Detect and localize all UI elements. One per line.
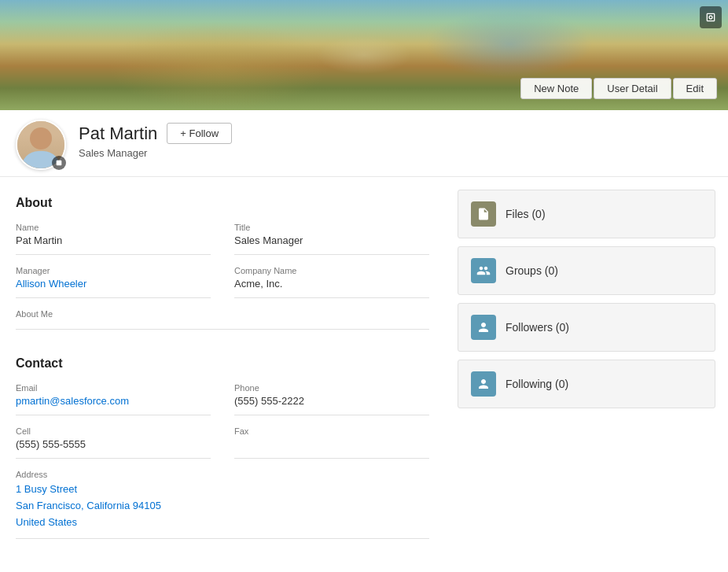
files-label: Files (0) [506, 208, 546, 220]
field-title: Title Sales Manager [234, 223, 429, 255]
field-company-value: Acme, Inc. [234, 278, 429, 290]
contact-field-grid: Email pmartin@salesforce.com Phone (555)… [16, 383, 429, 550]
about-field-grid: Name Pat Martin Title Sales Manager Mana… [16, 223, 429, 341]
field-cell: Cell (555) 555-5555 [16, 426, 211, 459]
banner-camera-button[interactable] [700, 6, 722, 28]
avatar-camera-button[interactable] [52, 156, 66, 170]
field-company-label: Company Name [234, 266, 429, 275]
field-address-label: Address [16, 470, 429, 479]
field-manager-label: Manager [16, 266, 211, 275]
field-title-value: Sales Manager [234, 234, 429, 246]
field-manager: Manager Allison Wheeler [16, 266, 211, 298]
contact-section: Contact Email pmartin@salesforce.com Pho… [16, 356, 429, 550]
groups-card[interactable]: Groups (0) [458, 246, 715, 295]
files-icon [471, 201, 496, 227]
user-detail-button[interactable]: User Detail [594, 78, 671, 99]
followers-icon [471, 315, 496, 340]
profile-name: Pat Martin [79, 124, 157, 144]
profile-name-row: Pat Martin + Follow [79, 123, 712, 144]
field-name: Name Pat Martin [16, 223, 211, 255]
field-name-label: Name [16, 223, 211, 232]
field-cell-value: (555) 555-5555 [16, 438, 211, 450]
following-card[interactable]: Following (0) [458, 360, 715, 408]
groups-label: Groups (0) [506, 264, 558, 277]
field-address: Address 1 Busy StreetSan Francisco, Cali… [16, 470, 429, 539]
avatar-wrapper [16, 120, 66, 170]
profile-section: Pat Martin + Follow Sales Manager [0, 110, 728, 177]
field-about-me-label: About Me [16, 309, 429, 319]
left-panel: About Name Pat Martin Title Sales Manage… [0, 177, 445, 566]
toolbar: New Note User Detail Edit [520, 78, 717, 99]
field-fax: Fax [234, 426, 429, 459]
profile-info: Pat Martin + Follow Sales Manager [79, 123, 712, 159]
followers-label: Followers (0) [506, 321, 569, 334]
new-note-button[interactable]: New Note [520, 78, 592, 99]
field-company: Company Name Acme, Inc. [234, 266, 429, 298]
page-wrapper: New Note User Detail Edit Pat Martin + F… [0, 0, 728, 572]
field-phone: Phone (555) 555-2222 [234, 383, 429, 415]
field-about-me: About Me [16, 309, 429, 330]
field-address-value[interactable]: 1 Busy StreetSan Francisco, California 9… [16, 482, 429, 530]
field-manager-value[interactable]: Allison Wheeler [16, 278, 211, 290]
follow-button[interactable]: + Follow [167, 123, 232, 144]
profile-title: Sales Manager [79, 147, 712, 159]
field-email: Email pmartin@salesforce.com [16, 383, 211, 415]
banner: New Note User Detail Edit [0, 0, 728, 110]
groups-icon [471, 258, 496, 283]
field-cell-label: Cell [16, 426, 211, 436]
field-title-label: Title [234, 223, 429, 232]
followers-card[interactable]: Followers (0) [458, 303, 715, 352]
contact-section-header: Contact [16, 356, 429, 371]
main-content: About Name Pat Martin Title Sales Manage… [0, 177, 728, 566]
field-email-label: Email [16, 383, 211, 393]
right-panel: Files (0) Groups (0) Followers (0) Follo… [445, 177, 728, 566]
about-section-header: About [16, 196, 429, 210]
following-label: Following (0) [506, 378, 568, 390]
field-phone-value: (555) 555-2222 [234, 395, 429, 407]
files-card[interactable]: Files (0) [458, 190, 715, 238]
field-phone-label: Phone [234, 383, 429, 393]
following-icon [471, 371, 496, 397]
field-name-value: Pat Martin [16, 234, 211, 246]
edit-button[interactable]: Edit [673, 78, 717, 99]
field-email-value[interactable]: pmartin@salesforce.com [16, 395, 211, 407]
field-fax-label: Fax [234, 426, 429, 436]
